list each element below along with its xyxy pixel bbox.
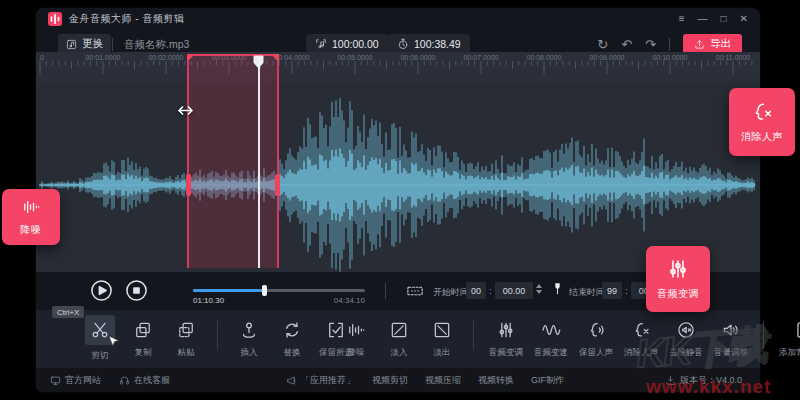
floating-button-label: 降噪 [21,223,42,237]
start-time-stepper[interactable] [536,284,542,294]
elapsed-time-value: 100:38.49 [414,38,461,50]
bgm-note-icon [795,320,800,340]
stop-button[interactable] [125,279,148,302]
insert-pin-icon [239,320,259,340]
replace-audio-button[interactable]: 更换 [58,34,111,54]
divider [385,283,386,299]
statusbar-item-official-site[interactable]: 官方网站 [50,374,101,387]
selection-start-handle[interactable] [186,174,191,196]
tools-strip: 剪切Ctrl+X复制粘贴插入替换保留所选 降噪淡入淡出音频变调音频变速保留人声消… [36,310,760,368]
refresh-icon[interactable]: ↻ [597,38,608,51]
floating-pitch-button[interactable]: 音频变调 [646,246,710,312]
fade-in-icon [389,320,409,340]
statusbar-label: 官方网站 [65,374,101,387]
divider [112,38,113,51]
end-time-label: 结束时间 [569,286,605,299]
statusbar-item-video-cut[interactable]: 视频剪切 [372,374,408,387]
total-duration-value: 100:00.00 [332,38,379,50]
screen: 金舟音频大师 - 音频剪辑 ≡ — □ ✕ 更换 音频名称.mp3 100:00… [0,0,800,400]
tool-fade-out[interactable]: 淡出 [426,319,458,359]
tool-pitch[interactable]: 音频变调 [489,319,523,359]
app-window: 金舟音频大师 - 音频剪辑 ≡ — □ ✕ 更换 音频名称.mp3 100:00… [36,8,760,392]
app-logo-icon [48,12,62,26]
statusbar-item-video-compress[interactable]: 视频压缩 [425,374,461,387]
statusbar-label: 视频剪切 [372,374,408,387]
tool-remove-silence[interactable]: 去除静音 [669,319,703,359]
progress-knob[interactable] [262,285,267,296]
end-minutes-input[interactable]: 99 [602,282,622,299]
statusbar-label: 在线客服 [134,374,170,387]
statusbar-label: 视频转换 [478,374,514,387]
tool-paste[interactable]: 粘贴 [170,319,202,359]
range-select-icon[interactable] [406,282,424,300]
tool-remove-vocal[interactable]: 消除人声 [624,319,658,359]
selection-end-handle[interactable] [275,174,280,196]
tool-speed[interactable]: 音频变速 [534,319,568,359]
download-icon [665,375,676,386]
tool-replace[interactable]: 替换 [276,319,308,359]
selection-region[interactable] [187,54,279,268]
selection-start-flag[interactable] [187,54,195,62]
version-info: 版本号：V4.0.0 [665,374,742,387]
progress-slider[interactable] [193,289,365,292]
tool-denoise[interactable]: 降噪 [340,319,372,359]
tool-label: 降噪 [348,347,365,359]
waveform-stage[interactable]: 000:01.000000:02.000000:03.000000:04.000… [36,52,760,272]
tool-copy[interactable]: 复制 [127,319,159,359]
keep-vocal-icon [586,320,606,340]
tool-fade-in[interactable]: 淡入 [383,319,415,359]
move-cursor-icon [176,101,195,120]
statusbar-item-app-recommend[interactable]: 「应用推荐」 [286,374,355,387]
tool-insert[interactable]: 插入 [233,319,265,359]
timeline-label: 00:04.0000 [274,54,309,61]
maximize-icon[interactable]: □ [721,14,727,24]
playhead-line[interactable] [258,65,260,268]
menu-icon[interactable]: ≡ [679,14,685,24]
floating-button-label: 音频变调 [657,287,699,301]
undo-icon[interactable]: ↶ [621,38,632,51]
timeline-label: 00:11.0000 [716,54,751,61]
floating-denoise-button[interactable]: 降噪 [2,189,60,245]
tool-label: 剪切 [92,350,109,362]
tool-label: 插入 [241,347,258,359]
statusbar-label: GIF制作 [531,374,564,387]
music-note-icon [66,39,77,50]
statusbar-item-gif-maker[interactable]: GIF制作 [531,374,564,387]
tool-label: 音频变调 [489,347,523,359]
play-button[interactable] [90,279,113,302]
pitch-sliders-icon [496,320,516,340]
playhead-pin[interactable] [253,55,264,69]
waveform[interactable] [36,82,760,272]
floating-remove-vocal-button[interactable]: 消除人声 [729,88,795,156]
shortcut-tooltip: Ctrl+X [52,306,84,318]
minimize-icon[interactable]: — [698,14,708,24]
version-text: 版本号：V4.0.0 [680,374,742,387]
tool-cut[interactable]: 剪切Ctrl+X [84,319,116,362]
start-pin-icon[interactable] [550,281,565,296]
timeline-ruler[interactable]: 000:01.000000:02.000000:03.000000:04.000… [36,52,760,82]
tool-add-bgm[interactable]: 添加背景音乐 [779,319,800,359]
export-label: 导出 [710,37,731,51]
tool-volume[interactable]: 音量调整 [714,319,748,359]
divider [669,38,670,51]
close-icon[interactable]: ✕ [740,14,748,24]
start-minutes-input[interactable]: 00 [466,282,486,299]
monitor-icon [50,375,61,386]
tool-label: 消除人声 [624,347,658,359]
tool-keep-vocal[interactable]: 保留人声 [579,319,613,359]
start-seconds-input[interactable]: 00.00 [495,282,533,299]
upload-icon [694,39,705,50]
tool-label: 淡出 [434,347,451,359]
statusbar-item-video-convert[interactable]: 视频转换 [478,374,514,387]
stopwatch-icon [397,38,409,50]
timeline-label: 0 [40,54,44,61]
export-button[interactable]: 导出 [683,34,742,54]
statusbar-item-online-support[interactable]: 在线客服 [119,374,170,387]
selection-end-flag[interactable] [271,54,279,62]
status-bar: 官方网站在线客服 「应用推荐」视频剪切视频压缩视频转换GIF制作 版本号：V4.… [36,368,760,392]
remove-silence-icon [676,320,696,340]
speed-wave-icon [541,320,561,340]
start-time-label: 开始时间 [433,286,469,299]
redo-icon[interactable]: ↷ [645,38,656,51]
app-title: 金舟音频大师 - 音频剪辑 [69,12,184,26]
